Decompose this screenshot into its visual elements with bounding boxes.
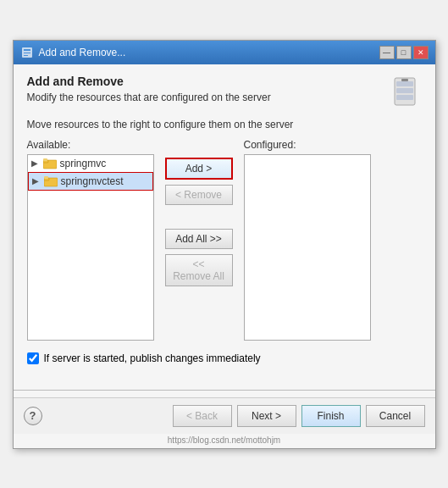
title-bar-left: Add and Remove...: [20, 46, 126, 59]
configured-panel: Configured:: [244, 139, 371, 341]
svg-rect-14: [44, 176, 48, 179]
buttons-column: Add > < Remove Add All >> << Remove All: [161, 139, 237, 286]
remove-all-button[interactable]: << Remove All: [165, 254, 233, 286]
configured-label: Configured:: [244, 139, 371, 151]
svg-rect-2: [24, 53, 30, 53]
svg-rect-5: [396, 81, 413, 86]
expand-arrow-2: ▶: [32, 176, 41, 186]
available-list[interactable]: ▶ springmvc ▶: [27, 154, 154, 341]
item-label-2: springmvctest: [61, 175, 124, 187]
available-panel: Available: ▶ springmvc ▶: [27, 139, 154, 341]
dialog-subtitle: Modify the resources that are configured…: [27, 92, 271, 103]
svg-rect-8: [401, 79, 408, 81]
close-button[interactable]: ✕: [413, 46, 429, 59]
folder-icon-1: [43, 158, 57, 169]
item-label-1: springmvc: [60, 158, 107, 169]
title-controls: — □ ✕: [379, 46, 429, 59]
minimize-button[interactable]: —: [379, 46, 395, 59]
header-text: Add and Remove Modify the resources that…: [27, 75, 271, 103]
cancel-button[interactable]: Cancel: [366, 405, 425, 427]
svg-rect-6: [396, 88, 413, 93]
dialog-content: Add and Remove Modify the resources that…: [14, 64, 435, 383]
panels-row: Available: ▶ springmvc ▶: [27, 139, 422, 341]
watermark: https://blog.csdn.net/mottohjm: [14, 434, 435, 448]
dialog-icon: [20, 46, 34, 59]
expand-arrow-1: ▶: [31, 158, 40, 168]
divider: [14, 390, 435, 391]
publish-checkbox[interactable]: [27, 352, 39, 364]
remove-button[interactable]: < Remove: [165, 185, 233, 205]
finish-button[interactable]: Finish: [301, 405, 361, 427]
title-bar: Add and Remove... — □ ✕: [14, 41, 435, 64]
svg-rect-11: [43, 158, 47, 161]
folder-icon-2: [44, 175, 58, 187]
back-button[interactable]: < Back: [173, 405, 232, 427]
maximize-button[interactable]: □: [396, 46, 412, 59]
next-button[interactable]: Next >: [237, 405, 296, 427]
footer-buttons: < Back Next > Finish Cancel: [173, 405, 425, 427]
available-label: Available:: [27, 139, 154, 151]
header-section: Add and Remove Modify the resources that…: [27, 75, 422, 108]
svg-rect-7: [396, 95, 413, 100]
checkbox-row: If server is started, publish changes im…: [27, 352, 422, 373]
footer: ? < Back Next > Finish Cancel: [14, 397, 435, 434]
svg-rect-3: [24, 55, 28, 56]
svg-rect-1: [24, 49, 30, 51]
server-icon: [388, 75, 422, 108]
title-text: Add and Remove...: [39, 47, 126, 58]
instruction: Move resources to the right to configure…: [27, 119, 422, 130]
checkbox-label: If server is started, publish changes im…: [44, 352, 261, 364]
footer-left: ?: [24, 407, 42, 425]
list-item-selected[interactable]: ▶ springmvctest: [28, 172, 153, 191]
add-all-button[interactable]: Add All >>: [165, 229, 233, 249]
help-icon-label: ?: [30, 409, 36, 422]
help-button[interactable]: ?: [24, 407, 42, 425]
add-button[interactable]: Add >: [165, 158, 233, 180]
dialog-title: Add and Remove: [27, 75, 271, 88]
configured-list[interactable]: [244, 154, 371, 341]
dialog: Add and Remove... — □ ✕ Add and Remove M…: [13, 40, 436, 449]
list-item[interactable]: ▶ springmvc: [28, 155, 153, 172]
